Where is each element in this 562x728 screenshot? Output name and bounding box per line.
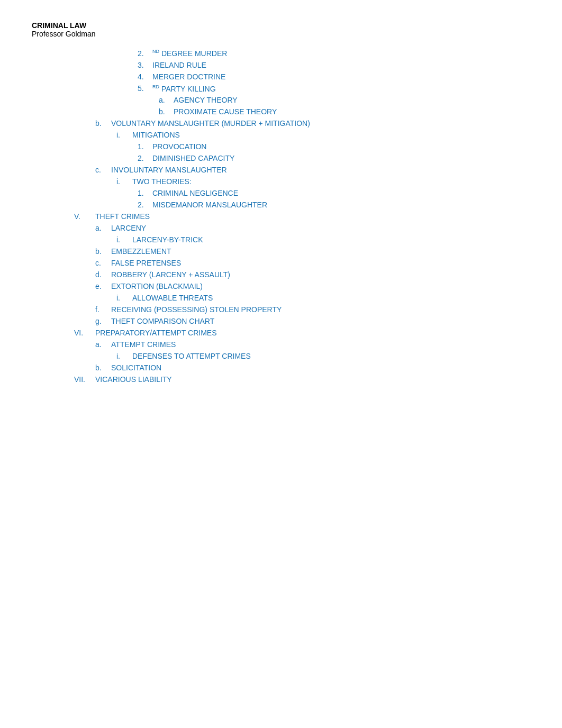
item-label: b. (95, 363, 111, 372)
item-text: SOLICITATION (111, 363, 161, 372)
item-label: 2. (138, 154, 152, 162)
list-item[interactable]: 2. DIMINISHED CAPACITY (138, 154, 530, 162)
item-label: b. (95, 119, 111, 128)
item-label: 4. (138, 72, 152, 81)
item-label: d. (95, 270, 111, 279)
header-title: CRIMINAL LAW (32, 21, 530, 30)
list-item[interactable]: 3. IRELAND RULE (138, 61, 530, 69)
list-item[interactable]: b. PROXIMATE CAUSE THEORY (159, 107, 530, 116)
list-item[interactable]: d. ROBBERY (LARCENY + ASSAULT) (95, 270, 530, 279)
item-text: EXTORTION (BLACKMAIL) (111, 282, 203, 290)
list-item[interactable]: i. LARCENY-BY-TRICK (116, 235, 530, 244)
item-text: TWO THEORIES: (132, 177, 192, 186)
list-item[interactable]: VI. PREPARATORY/ATTEMPT CRIMES (74, 329, 530, 337)
list-item[interactable]: 1. CRIMINAL NEGLIGENCE (138, 189, 530, 197)
item-text: MITIGATIONS (132, 131, 180, 139)
item-text: EMBEZZLEMENT (111, 247, 171, 256)
list-item[interactable]: a. LARCENY (95, 224, 530, 232)
item-label: 2. (138, 201, 152, 209)
item-label: i. (116, 352, 132, 360)
list-item[interactable]: b. VOLUNTARY MANSLAUGHTER (MURDER + MITI… (95, 119, 530, 128)
list-item[interactable]: g. THEFT COMPARISON CHART (95, 317, 530, 325)
item-text: PROVOCATION (152, 142, 206, 151)
item-text: MISDEMANOR MANSLAUGHTER (152, 201, 267, 209)
item-text: MERGER DOCTRINE (152, 72, 225, 81)
item-text: VICARIOUS LIABILITY (95, 375, 172, 384)
item-label: i. (116, 131, 132, 139)
outline: 2. ND DEGREE MURDER 3. IRELAND RULE 4. M… (74, 49, 530, 384)
item-label: VII. (74, 375, 95, 384)
list-item[interactable]: 1. PROVOCATION (138, 142, 530, 151)
item-text: PROXIMATE CAUSE THEORY (174, 107, 277, 116)
item-text: AGENCY THEORY (174, 96, 238, 104)
item-label: b. (95, 247, 111, 256)
item-label: 2. (138, 49, 152, 58)
item-text: LARCENY (111, 224, 146, 232)
item-text: ROBBERY (LARCENY + ASSAULT) (111, 270, 230, 279)
item-label: a. (95, 224, 111, 232)
item-text: INVOLUNTARY MANSLAUGHTER (111, 166, 227, 174)
item-text: IRELAND RULE (152, 61, 206, 69)
item-label: g. (95, 317, 111, 325)
item-text: PREPARATORY/ATTEMPT CRIMES (95, 329, 216, 337)
list-item[interactable]: a. ATTEMPT CRIMES (95, 340, 530, 349)
item-text: THEFT CRIMES (95, 212, 150, 221)
item-label: a. (159, 96, 174, 104)
list-item[interactable]: f. RECEIVING (POSSESSING) STOLEN PROPERT… (95, 305, 530, 314)
list-item[interactable]: c. FALSE PRETENSES (95, 259, 530, 267)
item-text: ATTEMPT CRIMES (111, 340, 176, 349)
header-subtitle: Professor Goldman (32, 30, 530, 38)
list-item[interactable]: V. THEFT CRIMES (74, 212, 530, 221)
list-item[interactable]: c. INVOLUNTARY MANSLAUGHTER (95, 166, 530, 174)
item-text: ALLOWABLE THREATS (132, 294, 213, 302)
item-text: CRIMINAL NEGLIGENCE (152, 189, 238, 197)
list-item[interactable]: 2. ND DEGREE MURDER (138, 49, 530, 58)
item-text: RD PARTY KILLING (152, 84, 216, 93)
item-label: V. (74, 212, 95, 221)
list-item[interactable]: 5. RD PARTY KILLING (138, 84, 530, 93)
item-label: 1. (138, 142, 152, 151)
list-item[interactable]: i. MITIGATIONS (116, 131, 530, 139)
list-item[interactable]: i. DEFENSES TO ATTEMPT CRIMES (116, 352, 530, 360)
item-label: f. (95, 305, 111, 314)
item-label: c. (95, 166, 111, 174)
item-label: i. (116, 294, 132, 302)
item-text: LARCENY-BY-TRICK (132, 235, 203, 244)
item-text: FALSE PRETENSES (111, 259, 181, 267)
header: CRIMINAL LAW Professor Goldman (32, 21, 530, 38)
item-label: VI. (74, 329, 95, 337)
item-text: ND DEGREE MURDER (152, 49, 227, 58)
list-item[interactable]: b. EMBEZZLEMENT (95, 247, 530, 256)
item-text: DEFENSES TO ATTEMPT CRIMES (132, 352, 251, 360)
list-item[interactable]: VII. VICARIOUS LIABILITY (74, 375, 530, 384)
item-label: 1. (138, 189, 152, 197)
list-item[interactable]: a. AGENCY THEORY (159, 96, 530, 104)
item-label: 5. (138, 84, 152, 93)
item-text: RECEIVING (POSSESSING) STOLEN PROPERTY (111, 305, 282, 314)
item-label: e. (95, 282, 111, 290)
item-label: b. (159, 107, 174, 116)
item-label: a. (95, 340, 111, 349)
item-text: DIMINISHED CAPACITY (152, 154, 234, 162)
item-label: i. (116, 235, 132, 244)
item-label: i. (116, 177, 132, 186)
item-text: VOLUNTARY MANSLAUGHTER (MURDER + MITIGAT… (111, 119, 310, 128)
list-item[interactable]: 2. MISDEMANOR MANSLAUGHTER (138, 201, 530, 209)
list-item[interactable]: b. SOLICITATION (95, 363, 530, 372)
item-text: THEFT COMPARISON CHART (111, 317, 214, 325)
item-label: c. (95, 259, 111, 267)
list-item[interactable]: e. EXTORTION (BLACKMAIL) (95, 282, 530, 290)
list-item[interactable]: 4. MERGER DOCTRINE (138, 72, 530, 81)
list-item[interactable]: i. ALLOWABLE THREATS (116, 294, 530, 302)
item-label: 3. (138, 61, 152, 69)
list-item[interactable]: i. TWO THEORIES: (116, 177, 530, 186)
